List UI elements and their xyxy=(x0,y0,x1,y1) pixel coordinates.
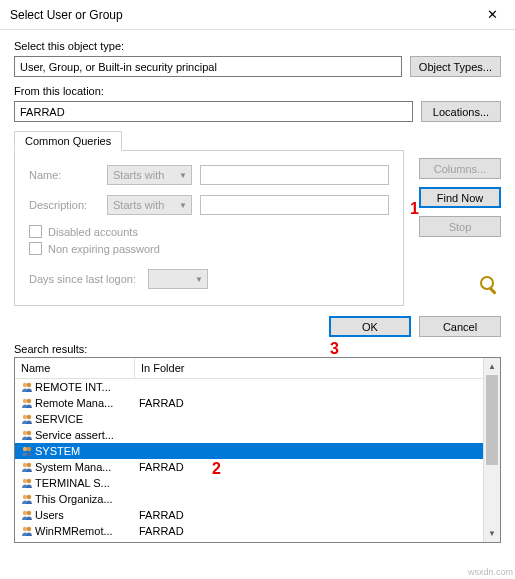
svg-point-14 xyxy=(23,479,27,483)
search-results-label: Search results: xyxy=(14,343,501,355)
list-item-name: System Mana... xyxy=(35,461,135,473)
svg-point-13 xyxy=(27,463,31,467)
svg-point-10 xyxy=(23,447,27,451)
name-input xyxy=(200,165,389,185)
svg-point-9 xyxy=(27,431,31,435)
disabled-accounts-label: Disabled accounts xyxy=(48,226,138,238)
days-since-logon-combo: ▼ xyxy=(148,269,208,289)
list-item[interactable]: REMOTE INT... xyxy=(15,379,500,395)
svg-point-7 xyxy=(27,415,31,419)
list-item[interactable]: TERMINAL S... xyxy=(15,475,500,491)
name-match-combo: Starts with ▼ xyxy=(107,165,192,185)
titlebar: Select User or Group ✕ xyxy=(0,0,515,30)
list-item[interactable]: This Organiza... xyxy=(15,491,500,507)
scroll-thumb[interactable] xyxy=(486,375,498,465)
results-list[interactable]: Name In Folder REMOTE INT...Remote Mana.… xyxy=(14,357,501,543)
annotation-1: 1 xyxy=(410,200,419,218)
list-item[interactable]: System Mana...FARRAD xyxy=(15,459,500,475)
list-item[interactable]: SYSTEM xyxy=(15,443,500,459)
svg-point-11 xyxy=(27,447,31,451)
magnifier-icon xyxy=(477,273,501,297)
disabled-accounts-checkbox xyxy=(29,225,42,238)
list-item[interactable]: WinRMRemot...FARRAD xyxy=(15,523,500,539)
svg-point-18 xyxy=(23,511,27,515)
columns-button: Columns... xyxy=(419,158,501,179)
group-icon xyxy=(19,508,35,522)
object-types-button[interactable]: Object Types... xyxy=(410,56,501,77)
group-icon xyxy=(19,476,35,490)
list-item[interactable]: Service assert... xyxy=(15,427,500,443)
list-item-name: WinRMRemot... xyxy=(35,525,135,537)
window-title: Select User or Group xyxy=(10,8,470,22)
location-input[interactable] xyxy=(14,101,413,122)
chevron-down-icon: ▼ xyxy=(179,171,187,180)
svg-point-12 xyxy=(23,463,27,467)
locations-button[interactable]: Locations... xyxy=(421,101,501,122)
close-button[interactable]: ✕ xyxy=(470,0,515,30)
svg-point-15 xyxy=(27,479,31,483)
svg-point-19 xyxy=(27,511,31,515)
group-icon xyxy=(19,380,35,394)
group-icon xyxy=(19,460,35,474)
location-label: From this location: xyxy=(14,85,501,97)
list-item-name: Service assert... xyxy=(35,429,135,441)
chevron-down-icon: ▼ xyxy=(195,275,203,284)
name-label: Name: xyxy=(29,169,99,181)
list-item-folder: FARRAD xyxy=(135,461,500,473)
non-expiring-pw-label: Non expiring password xyxy=(48,243,160,255)
list-item-name: SERVICE xyxy=(35,413,135,425)
desc-match-combo: Starts with ▼ xyxy=(107,195,192,215)
list-item-folder: FARRAD xyxy=(135,525,500,537)
find-now-button[interactable]: Find Now xyxy=(419,187,501,208)
svg-point-20 xyxy=(23,527,27,531)
cancel-button[interactable]: Cancel xyxy=(419,316,501,337)
list-item-name: TERMINAL S... xyxy=(35,477,135,489)
svg-point-21 xyxy=(27,527,31,531)
svg-point-5 xyxy=(27,399,31,403)
chevron-down-icon: ▼ xyxy=(179,201,187,210)
non-expiring-pw-checkbox xyxy=(29,242,42,255)
svg-point-16 xyxy=(23,495,27,499)
svg-point-4 xyxy=(23,399,27,403)
group-icon xyxy=(19,492,35,506)
scroll-down-icon[interactable]: ▼ xyxy=(484,525,500,542)
list-item-name: Remote Mana... xyxy=(35,397,135,409)
queries-panel: Name: Starts with ▼ Description: Starts … xyxy=(14,150,404,306)
scroll-up-icon[interactable]: ▲ xyxy=(484,358,500,375)
svg-point-8 xyxy=(23,431,27,435)
column-header-name[interactable]: Name xyxy=(15,358,135,378)
group-icon xyxy=(19,444,35,458)
annotation-3: 3 xyxy=(330,340,339,358)
ok-button[interactable]: OK xyxy=(329,316,411,337)
days-since-logon-label: Days since last logon: xyxy=(29,273,136,285)
tab-common-queries[interactable]: Common Queries xyxy=(14,131,122,151)
list-item-folder: FARRAD xyxy=(135,509,500,521)
list-item-name: REMOTE INT... xyxy=(35,381,135,393)
svg-point-2 xyxy=(23,383,27,387)
group-icon xyxy=(19,428,35,442)
list-item-name: Users xyxy=(35,509,135,521)
list-item-folder: FARRAD xyxy=(135,397,500,409)
watermark: wsxdn.com xyxy=(468,567,513,577)
stop-button: Stop xyxy=(419,216,501,237)
group-icon xyxy=(19,524,35,538)
object-type-label: Select this object type: xyxy=(14,40,501,52)
group-icon xyxy=(19,396,35,410)
list-item-name: SYSTEM xyxy=(35,445,135,457)
description-input xyxy=(200,195,389,215)
object-type-input[interactable] xyxy=(14,56,402,77)
svg-point-6 xyxy=(23,415,27,419)
close-icon: ✕ xyxy=(487,7,498,22)
svg-rect-1 xyxy=(489,287,497,295)
column-header-folder[interactable]: In Folder xyxy=(135,358,500,378)
list-item[interactable]: SERVICE xyxy=(15,411,500,427)
svg-point-17 xyxy=(27,495,31,499)
svg-point-0 xyxy=(481,277,493,289)
list-item[interactable]: UsersFARRAD xyxy=(15,507,500,523)
results-scrollbar[interactable]: ▲ ▼ xyxy=(483,358,500,542)
group-icon xyxy=(19,412,35,426)
list-item-name: This Organiza... xyxy=(35,493,135,505)
list-item[interactable]: Remote Mana...FARRAD xyxy=(15,395,500,411)
annotation-2: 2 xyxy=(212,460,221,478)
svg-point-3 xyxy=(27,383,31,387)
